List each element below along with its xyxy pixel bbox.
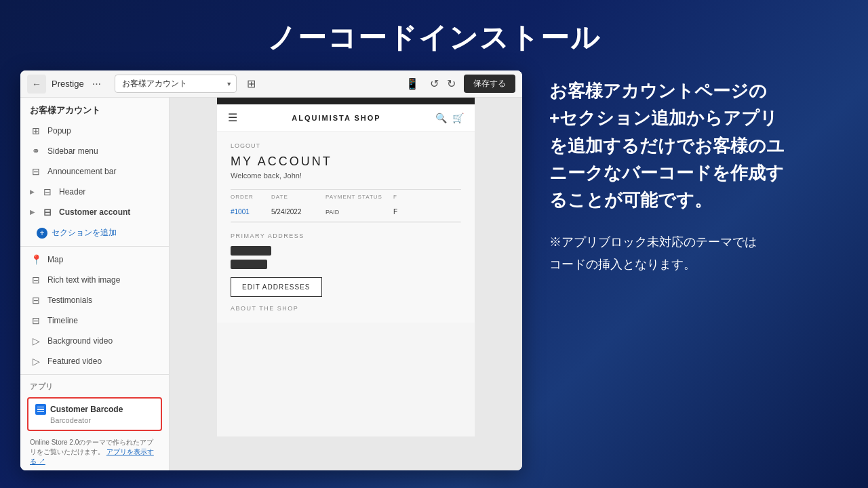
sidebar-item-announcement-bar[interactable]: ⊟ Announcement bar	[20, 161, 169, 182]
online-store-note: Online Store 2.0のテーマで作られたアプリをご覧いただけます。 ア…	[20, 434, 169, 470]
device-icons: 📱	[403, 76, 422, 92]
shop-header: ☰ ALQUIMISTA SHOP 🔍 🛒	[217, 104, 475, 131]
sidebar-item-label: Rich text with image	[47, 275, 120, 285]
sidebar-item-label: Featured video	[47, 357, 102, 366]
primary-address-section: PRIMARY ADDRESS EDIT ADDRESSES	[231, 232, 461, 305]
sub-description: ※アプリブロック未対応のテーマでは コードの挿入となります。	[549, 232, 834, 274]
timeline-icon: ⊟	[30, 315, 42, 326]
app-item-customer-barcode[interactable]: Customer Barcode Barcodeator	[27, 397, 162, 431]
sidebar-item-customer-account[interactable]: ⊟ Customer account	[20, 202, 169, 222]
col-order: ORDER	[231, 194, 271, 200]
editor-body: お客様アカウント ⊞ Popup ⚭ Sidebar menu ⊟ Announ…	[20, 98, 522, 470]
app-name-label: Customer Barcode	[50, 405, 123, 414]
cart-icon[interactable]: 🛒	[452, 113, 464, 123]
col-fulfillment: F	[393, 194, 414, 200]
link-icon: ⚭	[30, 146, 42, 157]
sub-line-1: ※アプリブロック未対応のテーマでは	[549, 232, 834, 252]
edit-addresses-button[interactable]: EDIT ADDRESSES	[231, 277, 322, 297]
popup-icon: ⊞	[30, 125, 42, 136]
sidebar-item-featured-video[interactable]: ▷ Featured video	[20, 351, 169, 371]
sidebar-item-timeline[interactable]: ⊟ Timeline	[20, 310, 169, 331]
map-icon: 📍	[30, 254, 42, 265]
page-selector-dropdown[interactable]: お客様アカウント	[115, 75, 237, 93]
sidebar-item-header[interactable]: ⊟ Header	[20, 182, 169, 202]
bg-video-icon: ▷	[30, 336, 42, 346]
text-content: お客様アカウントページの +セクション追加からアプリ を追加するだけでお客様のユ…	[542, 70, 848, 277]
table-row: #1001 5/24/2022 PAID F	[231, 204, 461, 220]
mobile-icon[interactable]: 📱	[403, 76, 422, 92]
sidebar-item-background-video[interactable]: ▷ Background video	[20, 331, 169, 351]
sidebar-item-label: Testimonials	[47, 296, 92, 305]
sub-line-2: コードの挿入となります。	[549, 255, 834, 274]
primary-address-label: PRIMARY ADDRESS	[231, 232, 461, 239]
app-icon	[35, 404, 46, 415]
account-title: MY ACCOUNT	[231, 155, 461, 169]
sidebar-item-popup[interactable]: ⊞ Popup	[20, 121, 169, 141]
store-name: Prestige	[52, 79, 84, 89]
welcome-text: Welcome back, John!	[231, 171, 461, 180]
editor-toolbar: ← Prestige ··· お客様アカウント ⊞ 📱 ↺ ↻ 保存する	[20, 70, 522, 98]
sidebar-item-label: Popup	[47, 126, 71, 136]
testimonials-icon: ⊟	[30, 295, 42, 306]
order-number[interactable]: #1001	[231, 208, 271, 216]
logout-link[interactable]: LOGOUT	[231, 142, 461, 149]
order-date: 5/24/2022	[271, 208, 326, 216]
sidebar-item-rich-text-image[interactable]: ⊟ Rich text with image	[20, 270, 169, 290]
app-section-title: アプリ	[20, 378, 169, 394]
announcement-icon: ⊟	[30, 166, 42, 177]
plus-circle-icon: +	[37, 228, 47, 239]
add-section-button[interactable]: + セクションを追加	[20, 222, 169, 243]
sidebar-separator-2	[20, 374, 169, 375]
col-payment: PAYMENT STATUS	[326, 194, 393, 200]
account-content: LOGOUT MY ACCOUNT Welcome back, John! OR…	[217, 131, 475, 323]
barcode-icon	[37, 407, 44, 413]
save-button[interactable]: 保存する	[464, 75, 515, 93]
payment-status: PAID	[326, 209, 393, 216]
add-section-label: セクションを追加	[52, 227, 117, 239]
redo-button[interactable]: ↻	[444, 76, 458, 92]
editor-mockup: ← Prestige ··· お客様アカウント ⊞ 📱 ↺ ↻ 保存する お客様…	[20, 70, 522, 470]
address-block-2	[231, 260, 267, 269]
back-button[interactable]: ←	[27, 75, 46, 94]
sidebar-section-title: お客様アカウント	[20, 98, 169, 121]
search-icon[interactable]: 🔍	[435, 113, 447, 123]
main-description: お客様アカウントページの +セクション追加からアプリ を追加するだけでお客様のユ…	[549, 77, 834, 214]
black-bar	[217, 98, 475, 104]
col-date: DATE	[271, 194, 326, 200]
sidebar-item-label: Header	[59, 187, 85, 197]
shop-header-icons: 🔍 🛒	[435, 113, 464, 123]
editor-preview: ☰ ALQUIMISTA SHOP 🔍 🛒 LOGOUT MY ACCOUNT …	[170, 98, 522, 470]
hamburger-icon[interactable]: ☰	[228, 111, 237, 124]
more-options[interactable]: ···	[92, 78, 101, 90]
app-sub-label: Barcodeator	[50, 416, 154, 424]
editor-sidebar: お客様アカウント ⊞ Popup ⚭ Sidebar menu ⊟ Announ…	[20, 98, 170, 470]
about-section-label: ABOUT THE SHOP	[231, 305, 461, 312]
orders-table-header: ORDER DATE PAYMENT STATUS F	[231, 189, 461, 204]
sidebar-item-label: Background video	[47, 336, 113, 346]
sidebar-item-label: Customer account	[59, 207, 130, 217]
sidebar-item-label: Map	[47, 255, 63, 264]
order-progress-bar	[231, 221, 461, 223]
undo-redo: ↺ ↻	[427, 76, 458, 92]
featured-video-icon: ▷	[30, 356, 42, 367]
sidebar-item-sidebar-menu[interactable]: ⚭ Sidebar menu	[20, 141, 169, 161]
sidebar-item-testimonials[interactable]: ⊟ Testimonials	[20, 290, 169, 310]
sidebar-item-map[interactable]: 📍 Map	[20, 249, 169, 270]
rich-text-icon: ⊟	[30, 274, 42, 285]
sidebar-item-label: Timeline	[47, 316, 78, 325]
preview-page: ☰ ALQUIMISTA SHOP 🔍 🛒 LOGOUT MY ACCOUNT …	[217, 98, 475, 436]
grid-icon[interactable]: ⊞	[242, 75, 260, 93]
sidebar-item-label: Announcement bar	[47, 167, 116, 176]
sidebar-item-label: Sidebar menu	[47, 146, 98, 156]
account-icon: ⊟	[41, 207, 54, 218]
shop-name: ALQUIMISTA SHOP	[292, 114, 380, 122]
undo-button[interactable]: ↺	[427, 76, 441, 92]
page-title: ノーコードインストール	[0, 0, 868, 70]
address-block-1	[231, 246, 271, 256]
app-item-name: Customer Barcode	[35, 404, 154, 415]
sidebar-separator-1	[20, 246, 169, 247]
fulfillment-status: F	[393, 208, 414, 216]
header-icon: ⊟	[41, 186, 54, 197]
